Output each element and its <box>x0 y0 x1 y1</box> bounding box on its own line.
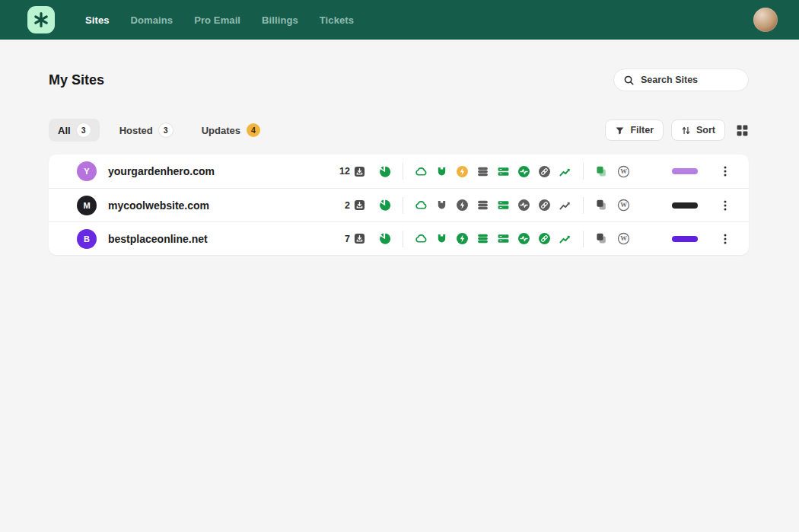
divider <box>403 231 403 247</box>
site-domain-link[interactable]: yourgardenhero.com <box>108 165 321 177</box>
shield-icon[interactable] <box>435 199 448 212</box>
user-avatar[interactable] <box>753 8 778 32</box>
copy-duplicate-icon[interactable] <box>595 232 608 245</box>
site-avatar: Y <box>77 161 97 181</box>
shield-icon[interactable] <box>435 165 448 178</box>
site-row[interactable]: B bestplaceonline.net 7 <box>49 221 749 255</box>
divider <box>403 163 403 180</box>
kebab-menu-icon[interactable] <box>718 231 732 247</box>
list-controls: All 3 Hosted 3 Updates 4 Filter <box>0 119 799 142</box>
wordpress-icon[interactable]: W <box>617 165 630 178</box>
updates-group: 12 <box>321 166 365 177</box>
analytics-chart-icon[interactable] <box>559 165 571 178</box>
shield-icon[interactable] <box>435 232 448 245</box>
svg-text:W: W <box>620 234 627 242</box>
pulse-icon[interactable] <box>517 165 530 178</box>
quick-actions: W <box>595 232 630 245</box>
cloud-icon[interactable] <box>415 199 428 212</box>
wordpress-icon[interactable]: W <box>617 199 630 212</box>
site-row[interactable]: Y yourgardenhero.com 12 <box>49 155 749 188</box>
kebab-menu-icon[interactable] <box>718 164 732 179</box>
status-bar <box>672 236 698 242</box>
analytics-chart-icon[interactable] <box>559 199 571 212</box>
tab-all-count-badge: 3 <box>77 123 91 137</box>
search-box[interactable] <box>613 68 749 91</box>
app-logo[interactable] <box>27 6 55 33</box>
updates-download-icon[interactable] <box>354 166 365 177</box>
lightning-bolt-icon[interactable] <box>456 232 469 245</box>
updates-count: 2 <box>345 200 350 211</box>
database-icon[interactable] <box>476 165 489 178</box>
divider <box>583 231 584 247</box>
cloud-icon[interactable] <box>415 165 428 178</box>
divider <box>403 197 403 214</box>
tab-updates[interactable]: Updates 4 <box>193 119 269 142</box>
service-icon-strip <box>415 165 571 178</box>
tab-updates-count-badge: 4 <box>247 123 260 137</box>
quick-actions: W <box>595 199 630 212</box>
sort-button[interactable]: Sort <box>671 119 725 141</box>
updates-download-icon[interactable] <box>354 199 365 211</box>
quick-actions: W <box>595 165 630 178</box>
server-icon[interactable] <box>497 232 510 245</box>
site-domain-link[interactable]: mycoolwebsite.com <box>108 199 321 212</box>
analytics-chart-icon[interactable] <box>559 232 571 245</box>
grid-view-icon[interactable] <box>736 124 749 137</box>
updates-count: 12 <box>339 166 350 177</box>
tab-updates-label: Updates <box>202 125 240 136</box>
nav-item-tickets[interactable]: Tickets <box>320 14 354 26</box>
main-nav: Sites Domains Pro Email Billings Tickets <box>85 14 354 26</box>
database-icon[interactable] <box>476 232 489 245</box>
link-icon[interactable] <box>538 165 551 178</box>
filter-tabs: All 3 Hosted 3 Updates 4 <box>49 119 269 142</box>
status-bar <box>672 202 698 209</box>
search-input[interactable] <box>641 75 724 85</box>
pulse-icon[interactable] <box>517 199 530 212</box>
tab-hosted[interactable]: Hosted 3 <box>110 119 182 142</box>
site-avatar: M <box>77 196 97 215</box>
wordpress-icon[interactable]: W <box>617 232 630 245</box>
link-icon[interactable] <box>538 199 551 212</box>
pulse-icon[interactable] <box>517 232 530 245</box>
sort-arrows-icon <box>681 126 691 135</box>
divider <box>583 163 584 180</box>
tab-hosted-count-badge: 3 <box>159 123 173 137</box>
server-icon[interactable] <box>497 165 510 178</box>
service-icon-strip <box>415 232 571 245</box>
updates-download-icon[interactable] <box>354 233 365 244</box>
filter-button[interactable]: Filter <box>605 119 664 141</box>
database-icon[interactable] <box>476 199 489 212</box>
kebab-menu-icon[interactable] <box>718 198 732 213</box>
divider <box>583 197 584 214</box>
nav-item-billings[interactable]: Billings <box>262 14 298 26</box>
lightning-bolt-icon[interactable] <box>456 199 469 212</box>
topbar: Sites Domains Pro Email Billings Tickets <box>0 0 799 40</box>
asterisk-icon <box>33 11 49 28</box>
site-domain-link[interactable]: bestplaceonline.net <box>108 233 321 245</box>
pie-chart-icon[interactable] <box>378 165 391 178</box>
updates-group: 7 <box>321 233 365 244</box>
lightning-bolt-icon[interactable] <box>456 165 469 178</box>
nav-item-sites[interactable]: Sites <box>85 14 110 26</box>
link-icon[interactable] <box>538 232 551 245</box>
copy-duplicate-icon[interactable] <box>595 165 608 178</box>
page-title: My Sites <box>49 72 104 88</box>
service-icon-strip <box>415 199 571 212</box>
site-row[interactable]: M mycoolwebsite.com 2 <box>49 188 749 221</box>
copy-duplicate-icon[interactable] <box>595 199 608 212</box>
tab-all[interactable]: All 3 <box>49 119 100 142</box>
nav-item-domains[interactable]: Domains <box>131 14 173 26</box>
updates-count: 7 <box>345 234 350 244</box>
pie-chart-icon[interactable] <box>378 199 391 212</box>
server-icon[interactable] <box>497 199 510 212</box>
tab-hosted-label: Hosted <box>119 125 153 136</box>
pie-chart-icon[interactable] <box>378 232 391 245</box>
updates-group: 2 <box>321 199 365 211</box>
list-toolbar: Filter Sort <box>605 119 749 141</box>
status-bar <box>672 168 698 174</box>
sort-button-label: Sort <box>696 125 715 135</box>
page-header: My Sites <box>0 40 799 91</box>
funnel-icon <box>615 126 625 135</box>
cloud-icon[interactable] <box>415 232 428 245</box>
nav-item-pro-email[interactable]: Pro Email <box>194 14 240 26</box>
